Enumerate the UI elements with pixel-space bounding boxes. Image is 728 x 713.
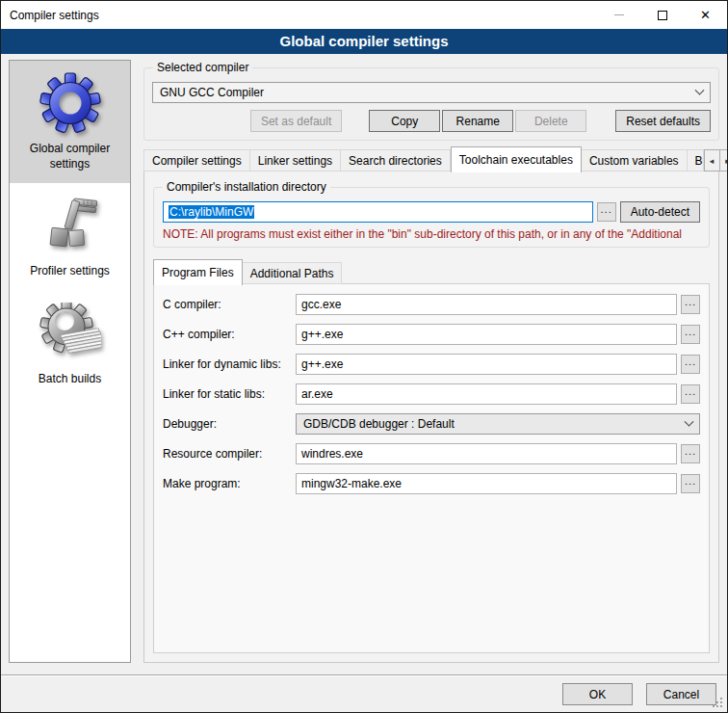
tab-scroll-right-button[interactable]: ▸ xyxy=(720,149,728,172)
chevron-down-icon xyxy=(685,416,694,426)
static-linker-input[interactable]: ar.exe xyxy=(296,383,677,405)
main-panel: Selected compiler GNU GCC Compiler Set a… xyxy=(143,60,719,663)
group-label: Selected compiler xyxy=(153,61,252,74)
autodetect-button[interactable]: Auto-detect xyxy=(620,201,700,223)
form-row-debugger: Debugger: GDB/CDB debugger : Default xyxy=(163,413,700,435)
dynamic-linker-browse-button[interactable]: ... xyxy=(681,355,700,374)
window-title: Compiler settings xyxy=(1,9,597,22)
titlebar: Compiler settings ✕ xyxy=(1,1,727,29)
note-text: NOTE: All programs must exist either in … xyxy=(163,227,700,241)
left-arrow-icon: ◂ xyxy=(710,156,715,166)
sidebar-item-label: Batch builds xyxy=(39,372,101,387)
ok-button[interactable]: OK xyxy=(562,683,633,705)
program-tabs: Program Files Additional Paths xyxy=(153,259,710,284)
copy-button[interactable]: Copy xyxy=(369,110,440,132)
compiler-select[interactable]: GNU GCC Compiler xyxy=(152,82,711,103)
dialog-footer: OK Cancel xyxy=(1,674,727,712)
page-title: Global compiler settings xyxy=(1,29,727,54)
minimize-icon xyxy=(614,14,624,15)
make-program-input[interactable]: mingw32-make.exe xyxy=(296,473,677,494)
tab-build-options[interactable]: Builc xyxy=(688,149,704,172)
tab-scroll-buttons: ◂ ▸ xyxy=(704,149,728,172)
resource-compiler-browse-button[interactable]: ... xyxy=(681,444,700,463)
dialog-body: Global compiler settings xyxy=(1,54,727,674)
cancel-button[interactable]: Cancel xyxy=(646,683,716,705)
caliper-icon xyxy=(39,195,101,256)
compiler-settings-dialog: Compiler settings ✕ Global compiler sett… xyxy=(0,0,728,713)
set-as-default-button[interactable]: Set as default xyxy=(250,110,342,132)
maximize-button[interactable] xyxy=(640,1,684,29)
form-row-make-program: Make program: mingw32-make.exe ... xyxy=(163,473,700,494)
debugger-select-value: GDB/CDB debugger : Default xyxy=(303,417,686,431)
chevron-down-icon xyxy=(695,85,705,94)
debugger-select[interactable]: GDB/CDB debugger : Default xyxy=(296,413,700,435)
delete-button[interactable]: Delete xyxy=(515,110,586,132)
cpp-compiler-browse-button[interactable]: ... xyxy=(681,325,700,344)
field-label: Resource compiler: xyxy=(163,447,296,461)
close-button[interactable]: ✕ xyxy=(684,1,727,29)
form-row-static-linker: Linker for static libs: ar.exe ... xyxy=(163,383,700,405)
close-icon: ✕ xyxy=(700,9,711,21)
c-compiler-input[interactable]: gcc.exe xyxy=(296,294,677,315)
install-dir-browse-button[interactable]: ... xyxy=(597,202,616,222)
tab-linker-settings[interactable]: Linker settings xyxy=(250,149,341,172)
tab-custom-variables[interactable]: Custom variables xyxy=(582,149,688,172)
tab-scroll-left-button[interactable]: ◂ xyxy=(704,149,720,172)
gray-gear-papers-icon xyxy=(39,303,101,364)
field-label: Linker for dynamic libs: xyxy=(163,357,296,371)
rename-button[interactable]: Rename xyxy=(442,110,513,132)
sidebar: Global compiler settings xyxy=(9,60,131,663)
form-row-cpp-compiler: C++ compiler: g++.exe ... xyxy=(163,324,700,345)
blue-gear-icon xyxy=(39,72,101,134)
install-dir-input[interactable]: C:\raylib\MinGW xyxy=(163,201,593,223)
form-row-dynamic-linker: Linker for dynamic libs: g++.exe ... xyxy=(163,354,700,375)
minimize-button[interactable] xyxy=(597,1,640,29)
form-row-resource-compiler: Resource compiler: windres.exe ... xyxy=(163,443,700,464)
toolchain-executables-page: Compiler's installation directory C:\ray… xyxy=(143,171,719,663)
group-label: Compiler's installation directory xyxy=(163,180,330,194)
sidebar-item-label: Profiler settings xyxy=(30,264,110,279)
sidebar-item-global-compiler-settings[interactable]: Global compiler settings xyxy=(10,61,130,183)
static-linker-browse-button[interactable]: ... xyxy=(681,384,700,404)
field-label: Make program: xyxy=(163,477,296,490)
sidebar-item-batch-builds[interactable]: Batch builds xyxy=(10,291,130,399)
installation-directory-row: C:\raylib\MinGW ... Auto-detect xyxy=(163,201,700,223)
sidebar-item-profiler-settings[interactable]: Profiler settings xyxy=(10,183,130,291)
tab-additional-paths[interactable]: Additional Paths xyxy=(243,262,343,284)
maximize-icon xyxy=(658,11,667,20)
field-label: Linker for static libs: xyxy=(163,387,296,401)
program-files-panel: C compiler: gcc.exe ... C++ compiler: g+… xyxy=(153,283,710,653)
compiler-tabs: Compiler settings Linker settings Search… xyxy=(143,146,719,172)
c-compiler-browse-button[interactable]: ... xyxy=(681,295,700,314)
resize-grip[interactable] xyxy=(713,698,724,709)
cpp-compiler-input[interactable]: g++.exe xyxy=(296,324,677,345)
make-program-browse-button[interactable]: ... xyxy=(681,474,700,493)
tab-toolchain-executables[interactable]: Toolchain executables xyxy=(451,146,582,172)
reset-defaults-button[interactable]: Reset defaults xyxy=(615,110,711,132)
dynamic-linker-input[interactable]: g++.exe xyxy=(296,354,677,375)
form-row-c-compiler: C compiler: gcc.exe ... xyxy=(163,294,700,315)
tab-search-directories[interactable]: Search directories xyxy=(341,149,451,172)
compiler-actions: Set as default Copy Rename Delete Reset … xyxy=(152,110,711,132)
tab-compiler-settings[interactable]: Compiler settings xyxy=(143,149,250,172)
install-dir-value: C:\raylib\MinGW xyxy=(169,205,254,219)
installation-directory-group: Compiler's installation directory C:\ray… xyxy=(153,187,710,248)
sidebar-item-label: Global compiler settings xyxy=(13,142,127,172)
field-label: C compiler: xyxy=(163,298,296,311)
compiler-select-value: GNU GCC Compiler xyxy=(160,86,696,99)
field-label: Debugger: xyxy=(163,417,296,431)
tab-program-files[interactable]: Program Files xyxy=(153,259,243,285)
resource-compiler-input[interactable]: windres.exe xyxy=(296,443,677,464)
field-label: C++ compiler: xyxy=(163,328,296,341)
selected-compiler-group: Selected compiler GNU GCC Compiler Set a… xyxy=(143,67,719,141)
